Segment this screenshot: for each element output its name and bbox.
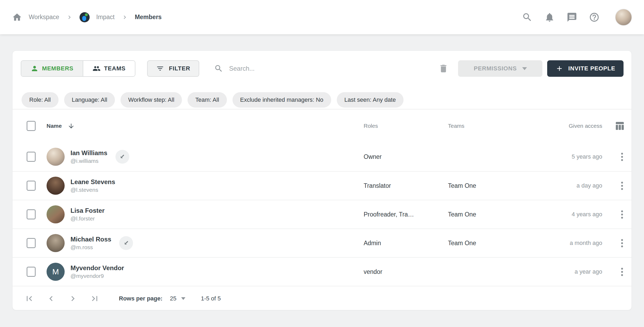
first-page-icon[interactable] (24, 294, 34, 304)
search-input[interactable] (229, 65, 438, 72)
table-row[interactable]: Michael Ross @m.ross Admin Team One a mo… (13, 228, 631, 257)
select-all-checkbox[interactable] (27, 121, 36, 131)
filter-button-label: FILTER (169, 65, 190, 72)
chip-language[interactable]: Language: All (64, 92, 115, 108)
header-checkbox-cell (27, 121, 47, 131)
chip-exclude-inherited[interactable]: Exclude inherited managers: No (232, 92, 331, 108)
row-menu-cell (602, 180, 625, 192)
tab-teams[interactable]: TEAMS (83, 61, 135, 76)
caret-down-icon (522, 67, 527, 70)
member-roles: Admin (364, 240, 448, 247)
header-name-cell: Name (47, 122, 364, 130)
table-row[interactable]: Ian Williams @i.williams Owner 5 years a… (13, 142, 631, 171)
person-icon (31, 65, 39, 73)
member-given-access: a day ago (528, 182, 602, 189)
row-checkbox-cell (27, 267, 47, 277)
member-avatar (47, 148, 65, 166)
permissions-button-label: PERMISSIONS (474, 65, 517, 72)
table-row[interactable]: M Myvendor Vendor @myvendor9 vendor a ye… (13, 257, 631, 286)
topbar-actions (522, 9, 632, 26)
chip-role[interactable]: Role: All (22, 92, 59, 108)
breadcrumb-workspace[interactable]: Workspace (29, 14, 59, 21)
chip-workflow-step[interactable]: Workflow step: All (121, 92, 182, 108)
member-username: @l.forster (70, 215, 105, 222)
chevron-left-icon[interactable] (46, 294, 56, 304)
chip-last-seen[interactable]: Last seen: Any date (337, 92, 404, 108)
row-checkbox[interactable] (27, 267, 36, 277)
search-icon[interactable] (522, 12, 533, 23)
filter-icon (156, 65, 164, 73)
kebab-menu-icon[interactable] (619, 180, 625, 192)
pagination-range: 1-5 of 5 (201, 295, 221, 302)
filter-button[interactable]: FILTER (147, 60, 199, 77)
member-teams: Team One (448, 240, 528, 247)
member-roles: Translator (364, 182, 448, 189)
trash-icon[interactable] (438, 63, 448, 74)
member-name: Ian Williams (70, 150, 107, 156)
row-menu-cell (602, 208, 625, 221)
caret-down-icon[interactable] (181, 297, 185, 300)
plus-icon (555, 65, 563, 73)
kebab-menu-icon[interactable] (619, 266, 625, 278)
search-icon (214, 64, 223, 73)
row-menu-cell (602, 237, 625, 249)
column-header-given-access: Given access (528, 123, 602, 129)
avatar-initial: M (52, 267, 59, 276)
row-checkbox[interactable] (27, 238, 36, 248)
pagination: Rows per page: 25 1-5 of 5 (13, 286, 631, 310)
member-teams: Team One (448, 211, 528, 218)
user-avatar[interactable] (615, 9, 632, 26)
row-checkbox[interactable] (27, 181, 36, 191)
chevron-right-icon[interactable] (68, 294, 78, 304)
topbar: Workspace Impact Members (0, 0, 644, 34)
row-checkbox[interactable] (27, 209, 36, 219)
member-teams: Team One (448, 182, 528, 189)
project-avatar[interactable] (80, 12, 90, 22)
members-panel: MEMBERS TEAMS FILTER PERMISSIONS INVITE … (12, 50, 632, 310)
column-header-roles: Roles (364, 123, 448, 129)
table-row[interactable]: Leane Stevens @l.stevens Translator Team… (13, 171, 631, 200)
breadcrumb-project[interactable]: Impact (96, 14, 115, 21)
project-avatar-body (82, 16, 86, 21)
rows-per-page-value[interactable]: 25 (170, 295, 176, 302)
member-username: @l.stevens (70, 187, 115, 193)
row-checkbox-cell (27, 152, 47, 162)
row-menu-cell (602, 151, 625, 163)
help-icon[interactable] (589, 12, 600, 23)
member-avatar: M (47, 263, 65, 281)
row-checkbox[interactable] (27, 152, 36, 162)
member-name-block: Lisa Foster @l.forster (70, 207, 105, 222)
southwest-arrow-icon (115, 150, 129, 164)
chip-team[interactable]: Team: All (188, 92, 227, 108)
southwest-arrow-icon (119, 236, 133, 250)
tab-teams-label: TEAMS (104, 65, 126, 72)
member-roles: Owner (364, 153, 448, 160)
member-name-block: Myvendor Vendor @myvendor9 (70, 265, 124, 279)
row-checkbox-cell (27, 238, 47, 248)
project-avatar-head (85, 13, 88, 16)
home-icon[interactable] (12, 12, 22, 22)
member-username: @m.ross (70, 244, 111, 250)
invite-people-button[interactable]: INVITE PEOPLE (547, 60, 624, 77)
column-header-name[interactable]: Name (47, 123, 62, 129)
member-name-cell: Michael Ross @m.ross (70, 236, 364, 250)
permissions-button[interactable]: PERMISSIONS (458, 60, 542, 77)
notifications-icon[interactable] (544, 12, 555, 23)
table-row[interactable]: Lisa Foster @l.forster Proofreader, Tra…… (13, 200, 631, 228)
kebab-menu-icon[interactable] (619, 208, 625, 221)
tab-members[interactable]: MEMBERS (21, 61, 83, 76)
member-given-access: a year ago (528, 268, 602, 275)
kebab-menu-icon[interactable] (619, 237, 625, 249)
member-name: Lisa Foster (70, 207, 105, 214)
member-given-access: a month ago (528, 240, 602, 247)
last-page-icon[interactable] (90, 294, 100, 304)
messages-icon[interactable] (567, 12, 577, 23)
arrow-down-icon[interactable] (68, 122, 75, 130)
columns-icon[interactable] (614, 121, 625, 131)
kebab-menu-icon[interactable] (619, 151, 625, 163)
chevron-right-icon (121, 14, 128, 21)
toolbar: MEMBERS TEAMS FILTER PERMISSIONS INVITE … (13, 51, 631, 77)
member-name-cell: Myvendor Vendor @myvendor9 (70, 265, 364, 279)
rows-per-page-label: Rows per page: (119, 295, 163, 302)
member-roles: Proofreader, Tra… (364, 211, 448, 218)
